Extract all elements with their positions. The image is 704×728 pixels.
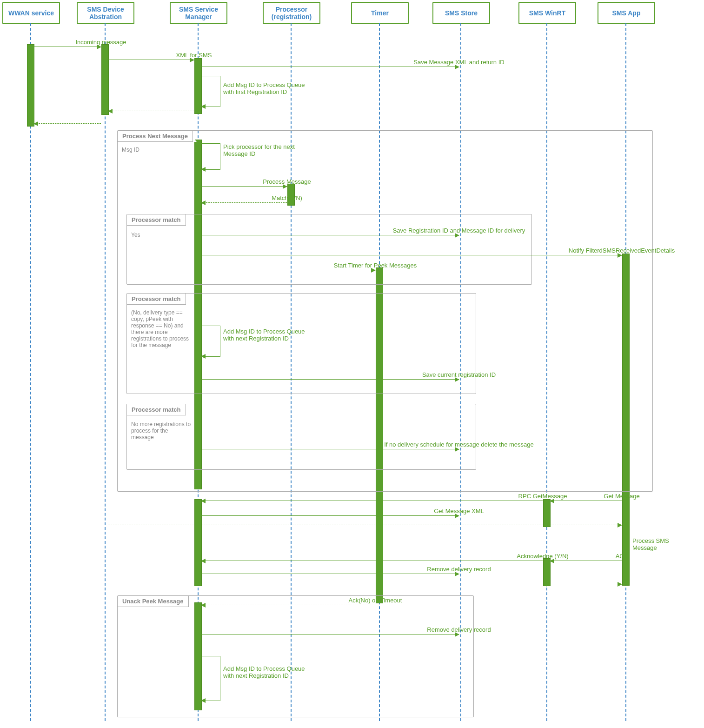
- frame-unack-label: Unack Peek Message: [118, 596, 189, 607]
- participant-wwan: WWAN service: [2, 2, 60, 24]
- participant-label: SMS Service Manager: [171, 6, 226, 20]
- lifeline-dev: [105, 23, 106, 721]
- participant-label: SMS WinRT: [529, 9, 565, 17]
- self-pick: [201, 143, 220, 170]
- ret-app2: [550, 584, 622, 584]
- msg-match: Match(Y/N): [201, 202, 287, 203]
- msg-no-deliv: If no delivery schedule for message dele…: [201, 449, 459, 449]
- ret-app: [550, 525, 622, 525]
- msg-ack-yn: Acknowledge (Y/N): [201, 561, 543, 561]
- ret-winrt: [108, 525, 550, 525]
- guard-yes: Yes: [131, 232, 192, 238]
- activation-wwan: [27, 44, 34, 127]
- msg-label: Acknowledge (Y/N): [372, 553, 704, 560]
- msg-label: XML for SMS: [151, 52, 237, 59]
- self-add-next2-label: Add Msg ID to Process Queue with next Re…: [223, 665, 307, 679]
- msg-label: Process Message: [244, 178, 330, 185]
- ret-dev: [108, 111, 194, 111]
- process-sms-label: Process SMS Message: [632, 537, 674, 551]
- msg-label: Remove delivery record: [330, 626, 588, 633]
- self-add-first: [201, 76, 220, 107]
- participant-label: SMS App: [612, 9, 641, 17]
- msg-label: Save current registration ID: [330, 371, 588, 378]
- msg-ack-no: Ack(No) on Timeout: [201, 605, 375, 605]
- msg-start-timer: Start Timer for Peek Messages: [201, 270, 375, 270]
- participant-label: SMS Store: [445, 9, 478, 17]
- msg-ack: ACK: [550, 561, 622, 561]
- guard-none: No more registrations to process for the…: [131, 421, 192, 441]
- msg-process: Process Message: [201, 186, 287, 187]
- self-pick-label: Pick processor for the next Message ID: [223, 143, 307, 157]
- msg-label: RPC GetMessage: [372, 493, 704, 500]
- frame-process-next-label: Process Next Message: [118, 131, 193, 142]
- participant-label: Processor (registration): [264, 6, 319, 20]
- self-add-first-label: Add Msg ID to Process Queue with first R…: [223, 81, 307, 95]
- frame-match-yes-label: Processor match: [127, 214, 186, 226]
- msg-remove: Remove delivery record: [201, 574, 459, 574]
- participant-timer: Timer: [351, 2, 409, 24]
- msg-label: Start Timer for Peek Messages: [288, 262, 462, 269]
- msg-label: Match(Y/N): [244, 194, 330, 201]
- participant-label: Timer: [371, 9, 389, 17]
- msg-label: Notify FilterdSMSReceivedEventDetails: [412, 247, 704, 254]
- msg-getmsg: Get Message: [550, 501, 622, 501]
- msg-getxml: Get Message XML: [201, 515, 459, 516]
- msg-label: Incoming message: [67, 39, 134, 46]
- msg-label: Ack(No) on Timeout: [288, 597, 462, 604]
- lifeline-wwan: [30, 23, 31, 721]
- self-add-next2: [201, 656, 220, 701]
- msg-save-reg: Save Registration ID and Message ID for …: [201, 235, 459, 235]
- self-add-next: [201, 326, 220, 357]
- msg-label: If no delivery schedule for message dele…: [330, 441, 588, 448]
- participant-label: SMS Device Abstration: [78, 6, 133, 20]
- frame-match-none-label: Processor match: [127, 404, 186, 415]
- msg-save-cur: Save current registration ID: [201, 379, 459, 380]
- msg-label: Get Message XML: [330, 508, 588, 514]
- participant-mgr: SMS Service Manager: [170, 2, 227, 24]
- msg-notify: Notify FilterdSMSReceivedEventDetails: [201, 255, 622, 255]
- msg-label: Save Registration ID and Message ID for …: [330, 227, 588, 234]
- msg-label: Remove delivery record: [330, 566, 588, 573]
- participant-store: SMS Store: [432, 2, 490, 24]
- guard-no: (No, delivery type == copy, pPeek with r…: [131, 309, 196, 348]
- participant-winrt: SMS WinRT: [518, 2, 576, 24]
- participant-proc: Processor (registration): [263, 2, 320, 24]
- msg-remove2: Remove delivery record: [201, 634, 459, 634]
- guard-msg-id: Msg ID: [122, 147, 182, 153]
- participant-label: WWAN service: [8, 9, 54, 17]
- ret-wwan: [34, 123, 101, 124]
- self-add-next-label: Add Msg ID to Process Queue with next Re…: [223, 328, 307, 342]
- msg-xml: XML for SMS: [108, 60, 194, 60]
- participant-dev: SMS Device Abstration: [77, 2, 134, 24]
- activation-mgr-3: [194, 499, 202, 586]
- msg-rpc: RPC GetMessage: [201, 501, 543, 501]
- msg-save-xml: Save Message XML and return ID: [201, 67, 459, 67]
- msg-incoming: Incoming message: [34, 47, 101, 47]
- frame-unack: Unack Peek Message: [117, 595, 474, 717]
- participant-app: SMS App: [598, 2, 655, 24]
- frame-match-no-label: Processor match: [127, 294, 186, 305]
- activation-dev: [101, 44, 109, 115]
- ret-winrt2: [201, 584, 550, 584]
- msg-label: Save Message XML and return ID: [330, 59, 588, 66]
